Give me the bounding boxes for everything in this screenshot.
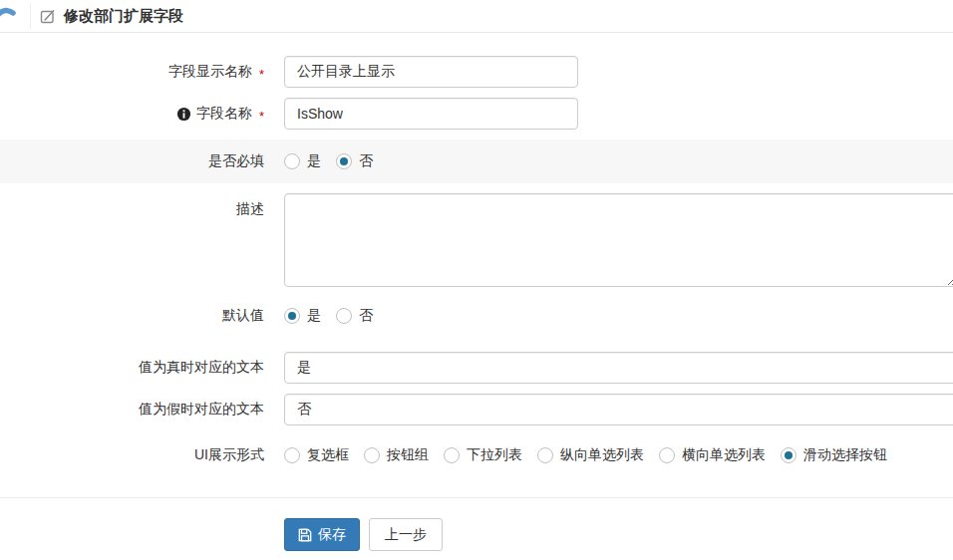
radio-option-button-group[interactable]: 按钮组 (364, 446, 429, 464)
radio-option-required-yes[interactable]: 是 (284, 152, 321, 170)
form-row-ui-style: UI展示形式 复选框 按钮组 下拉列表 纵向单选列表 (0, 439, 953, 471)
radio-icon[interactable] (364, 447, 380, 463)
save-button[interactable]: 保存 (284, 518, 360, 551)
description-label: 描述 (0, 193, 264, 218)
form-row-field-name: 字段名称 * (0, 98, 953, 130)
field-name-input[interactable] (284, 98, 578, 130)
radio-icon[interactable] (284, 447, 300, 463)
default-value-label: 默认值 (0, 307, 264, 325)
radio-icon-checked[interactable] (781, 447, 796, 463)
page-title: 修改部门扩展字段 (64, 7, 183, 26)
radio-option-default-no[interactable]: 否 (336, 307, 373, 325)
radio-option-slide-toggle[interactable]: 滑动选择按钮 (781, 446, 887, 464)
description-textarea[interactable] (284, 193, 953, 287)
radio-icon-checked[interactable] (336, 153, 352, 169)
radio-icon[interactable] (284, 153, 300, 169)
form-actions: 保存 上一步 (0, 498, 953, 551)
form-row-display-name: 字段显示名称 * (0, 56, 953, 88)
previous-step-button[interactable]: 上一步 (369, 518, 443, 551)
radio-option-checkbox[interactable]: 复选框 (284, 446, 349, 464)
radio-option-dropdown[interactable]: 下拉列表 (444, 446, 522, 464)
form-row-is-required: 是否必填 是 否 (0, 140, 953, 183)
form-row-default-value: 默认值 是 否 (0, 300, 953, 332)
page-header: 修改部门扩展字段 (0, 0, 953, 33)
true-text-input[interactable] (284, 352, 953, 384)
info-circle-icon (176, 107, 191, 122)
display-name-label: 字段显示名称 * (0, 63, 264, 81)
edit-field-form: 字段显示名称 * 字段名称 * 是否必填 (0, 33, 953, 560)
is-required-label: 是否必填 (0, 152, 264, 170)
required-asterisk: * (259, 109, 264, 124)
is-required-radio-group: 是 否 (284, 152, 953, 170)
false-text-label: 值为假时对应的文本 (0, 401, 264, 419)
back-button[interactable] (0, 0, 30, 32)
floppy-save-icon (298, 528, 312, 542)
true-text-label: 值为真时对应的文本 (0, 359, 264, 377)
radio-icon[interactable] (659, 447, 675, 463)
radio-icon[interactable] (537, 447, 553, 463)
ui-style-radio-group: 复选框 按钮组 下拉列表 纵向单选列表 横向单选列表 (284, 446, 953, 464)
radio-option-required-no[interactable]: 否 (336, 152, 373, 170)
default-value-radio-group: 是 否 (284, 307, 953, 325)
required-asterisk: * (259, 67, 264, 82)
header-divider (30, 3, 31, 29)
radio-icon[interactable] (444, 447, 460, 463)
back-arrow-icon (0, 4, 17, 28)
radio-option-vertical-list[interactable]: 纵向单选列表 (537, 446, 644, 464)
field-name-label: 字段名称 * (0, 105, 264, 123)
ui-style-label: UI展示形式 (0, 446, 264, 464)
radio-icon[interactable] (336, 308, 352, 324)
form-row-false-text: 值为假时对应的文本 (0, 394, 953, 425)
radio-option-horizontal-list[interactable]: 横向单选列表 (659, 446, 766, 464)
edit-pencil-icon (40, 8, 56, 24)
radio-option-default-yes[interactable]: 是 (284, 307, 321, 325)
radio-icon-checked[interactable] (284, 308, 300, 324)
form-row-description: 描述 (0, 193, 953, 287)
false-text-input[interactable] (284, 394, 953, 425)
display-name-input[interactable] (284, 56, 578, 88)
form-row-true-text: 值为真时对应的文本 (0, 352, 953, 384)
